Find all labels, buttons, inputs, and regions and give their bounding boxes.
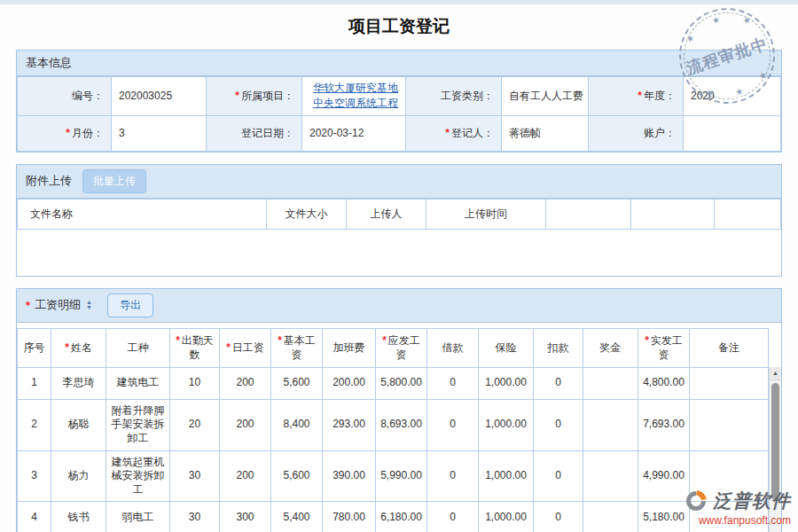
wage-cell: 1,000.00 <box>479 367 534 399</box>
attachments-panel: 附件上传 批量上传 文件名称文件大小上传人上传时间 <box>16 164 782 277</box>
wage-cell: 20 <box>170 399 220 450</box>
wage-cell: 建筑电工 <box>106 367 170 399</box>
wage-column-header: *基本工资 <box>271 328 323 367</box>
seal-star-icon: ★ <box>734 86 745 98</box>
sort-control[interactable]: ▲ ▼ <box>86 300 92 310</box>
wage-cell: 0 <box>534 399 583 450</box>
attachments-section-title: 附件上传 <box>26 173 72 189</box>
wage-table-wrap: 序号*姓名工种*出勤天数*日工资*基本工资加班费*应发工资借款保险扣款奖金*实发… <box>17 328 781 532</box>
required-asterisk: * <box>638 90 642 102</box>
wage-cell: 建筑起重机械安装拆卸工 <box>106 450 170 502</box>
brand-name: 泛普软件 <box>713 489 791 513</box>
wage-cell: 5,600 <box>271 450 323 502</box>
page: { "required_marker": "*", "page_title": … <box>0 0 798 532</box>
wage-column-header: *姓名 <box>51 328 106 367</box>
scroll-up-icon: ▲ <box>772 370 778 376</box>
wage-cell: 5,600 <box>271 367 323 399</box>
export-button[interactable]: 导出 <box>107 293 153 317</box>
batch-upload-button[interactable]: 批量上传 <box>82 169 146 193</box>
seal-star-icon: ★ <box>704 87 715 98</box>
wage-cell: 5,990.00 <box>376 450 427 502</box>
required-asterisk: * <box>176 334 180 347</box>
wage-cell: 杨聪 <box>51 399 106 450</box>
attachments-header-row: 文件名称文件大小上传人上传时间 <box>18 199 781 229</box>
wage-cell: 10 <box>170 367 220 399</box>
wage-cell <box>583 502 638 532</box>
field-value: 蒋德帧 <box>502 115 589 151</box>
wage-cell: 8,693.00 <box>376 399 427 450</box>
field-label: *月份： <box>18 115 112 151</box>
attachments-column-header <box>546 199 631 229</box>
seal-star-icon: ★ <box>710 14 721 26</box>
wage-row: 3杨力建筑起重机械安装拆卸工302005,600390.005,990.0001… <box>18 450 769 502</box>
attachments-column-header: 上传人 <box>347 199 426 229</box>
wage-section-title: 工资明细 <box>35 297 81 313</box>
sort-down-icon: ▼ <box>86 305 92 310</box>
field-value: 2020-03-12 <box>302 115 406 151</box>
field-label: 编号： <box>18 77 112 116</box>
wage-cell: 1 <box>18 367 51 399</box>
wage-header-row: 序号*姓名工种*出勤天数*日工资*基本工资加班费*应发工资借款保险扣款奖金*实发… <box>18 328 769 367</box>
required-asterisk: * <box>26 299 30 312</box>
wage-section-header: * 工资明细 ▲ ▼ 导出 <box>17 289 781 323</box>
wage-cell <box>583 399 638 450</box>
wage-cell: 0 <box>427 399 479 450</box>
wage-column-header: *出勤天数 <box>170 328 220 367</box>
attachments-empty-area <box>17 230 781 276</box>
wage-cell: 5,400 <box>271 502 323 532</box>
attachments-column-header: 文件大小 <box>267 199 347 229</box>
field-label: 登记日期： <box>207 115 302 151</box>
attachments-section-header: 附件上传 批量上传 <box>17 165 781 199</box>
wage-cell: 200 <box>220 450 271 502</box>
field-label: *所属项目： <box>207 77 302 116</box>
wage-cell: 5,800.00 <box>376 367 427 399</box>
wage-cell <box>690 367 769 399</box>
required-asterisk: * <box>66 127 70 139</box>
wage-column-header: *实发工资 <box>638 328 690 367</box>
field-label: *年度： <box>589 77 684 116</box>
wage-cell: 1,000.00 <box>479 450 534 502</box>
project-link[interactable]: 华软大厦研究基地中央空调系统工程 <box>313 82 398 109</box>
wage-cell: 8,400 <box>271 399 323 450</box>
wage-cell: 弱电工 <box>106 502 170 532</box>
seal-star-icon: ★ <box>685 33 695 44</box>
wage-cell: 7,693.00 <box>638 399 690 450</box>
scrollbar-up-button[interactable]: ▲ <box>770 367 781 380</box>
field-value: 自有工人人工费 <box>502 77 589 116</box>
brand-logo: 泛普软件 www.fanpusoft.com <box>684 489 791 527</box>
brand-icon <box>684 489 708 513</box>
wage-cell: 293.00 <box>323 399 376 450</box>
attachments-column-header <box>715 199 781 229</box>
basic-info-section-title: 基本信息 <box>26 55 72 71</box>
wage-cell: 2 <box>18 399 51 450</box>
wage-cell: 0 <box>427 367 479 399</box>
wage-column-header: 保险 <box>479 328 534 367</box>
wage-cell: 300 <box>220 502 271 532</box>
wage-cell: 1,000.00 <box>479 502 534 532</box>
wage-row: 2杨聪附着升降脚手架安装拆卸工202008,400293.008,693.000… <box>18 399 769 450</box>
seal-star-icon: ★ <box>757 70 768 82</box>
scrollbar-thumb[interactable] <box>771 383 779 500</box>
field-value: 华软大厦研究基地中央空调系统工程 <box>302 77 406 116</box>
wage-cell: 200 <box>220 367 271 399</box>
basic-info-section-header: 基本信息 <box>17 51 781 76</box>
wage-column-header: 序号 <box>18 328 51 367</box>
wage-column-header: 扣款 <box>534 328 583 367</box>
wage-cell: 0 <box>534 367 583 399</box>
wage-row: 4钱书弱电工303005,400780.006,180.0001,000.000… <box>18 502 769 532</box>
page-title: 项目工资登记 <box>0 4 798 50</box>
basic-info-row: 编号：202003025*所属项目：华软大厦研究基地中央空调系统工程工资类别：自… <box>18 77 781 116</box>
wage-cell: 200 <box>220 399 271 450</box>
wage-details-panel: * 工资明细 ▲ ▼ 导出 序号*姓名工种*出勤天数*日工资*基本工资加班费*应… <box>16 288 782 532</box>
attachments-table: 文件名称文件大小上传人上传时间 <box>17 199 781 230</box>
brand-website-link[interactable]: www.fanpusoft.com <box>684 514 791 527</box>
wage-cell: 3 <box>18 450 51 502</box>
required-asterisk: * <box>445 127 450 139</box>
wage-column-header: 奖金 <box>583 328 638 367</box>
basic-info-panel: 基本信息 编号：202003025*所属项目：华软大厦研究基地中央空调系统工程工… <box>16 50 782 153</box>
wage-column-header: 加班费 <box>323 328 376 367</box>
seal-star-icon: ★ <box>741 14 752 26</box>
field-value: 202003025 <box>112 77 207 116</box>
attachments-column-header: 上传时间 <box>426 199 546 229</box>
field-label: 账户： <box>589 115 684 151</box>
